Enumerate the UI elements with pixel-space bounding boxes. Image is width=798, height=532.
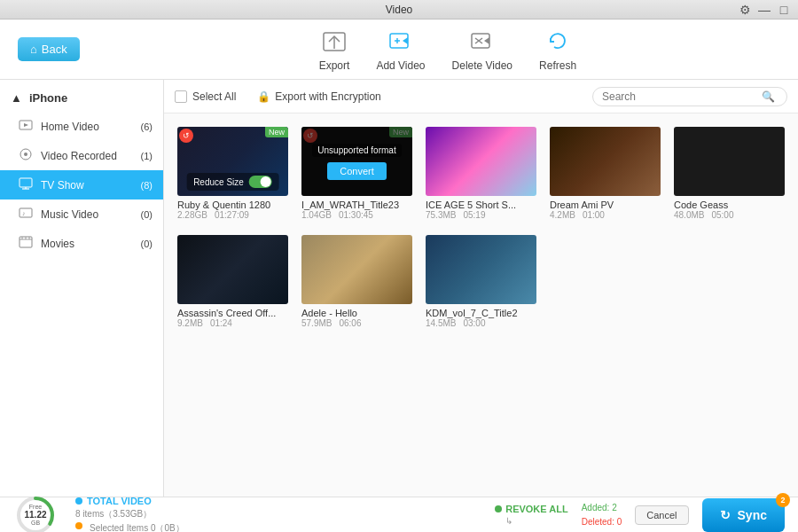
svg-point-13 bbox=[24, 153, 27, 156]
video-duration-8: 03:00 bbox=[463, 318, 485, 328]
sidebar-item-tv-show[interactable]: TV Show (8) bbox=[0, 170, 163, 200]
sidebar-item-video-recorded[interactable]: Video Recorded (1) bbox=[0, 141, 163, 170]
video-item-2[interactable]: ↺ New Unsupported format Convert I_AM_WR… bbox=[301, 127, 412, 222]
toolbar-actions: Export Add Video bbox=[115, 27, 780, 72]
footer-selected: Selected Items 0（0B） bbox=[75, 522, 184, 533]
video-grid: ↺ New Reduce Size Ruby & Quentin 1280 2.… bbox=[164, 113, 798, 497]
sidebar-item-movies[interactable]: Movies (0) bbox=[0, 229, 163, 258]
video-size-5: 48.0MB bbox=[674, 210, 704, 220]
sync-button[interactable]: ↻ Sync 2 bbox=[702, 498, 785, 532]
svg-marker-7 bbox=[484, 37, 489, 44]
settings-button[interactable]: ⚙ bbox=[738, 3, 752, 17]
video-info-6: Assassin's Creed Off... 9.2MB 01:24 bbox=[177, 304, 288, 330]
video-recorded-label: Video Recorded bbox=[41, 150, 117, 162]
tv-show-icon bbox=[18, 176, 34, 193]
movies-count: (0) bbox=[141, 239, 153, 249]
video-item-6[interactable]: Assassin's Creed Off... 9.2MB 01:24 bbox=[177, 235, 288, 330]
video-duration-3: 05:19 bbox=[463, 210, 485, 220]
search-input[interactable] bbox=[602, 90, 762, 103]
footer-right: REVOKE ALL ↳ Added: 2 Deleted: 0 Cancel … bbox=[495, 498, 785, 532]
video-item-7[interactable]: Adele - Hello 57.9MB 06:06 bbox=[301, 235, 412, 330]
selected-label: Selected Items 0（0B） bbox=[90, 522, 184, 533]
movies-label: Movies bbox=[41, 238, 74, 250]
video-size-7: 57.9MB bbox=[301, 318, 332, 328]
video-thumb-7 bbox=[301, 235, 412, 304]
video-name-7: Adele - Hello bbox=[301, 308, 412, 318]
checkbox-square bbox=[175, 90, 187, 103]
svg-marker-3 bbox=[403, 37, 408, 44]
video-info-2: I_AM_WRATH_Title23 1.04GB 01:30:45 bbox=[301, 196, 412, 222]
reduce-size-toggle[interactable] bbox=[249, 176, 272, 188]
home-video-label: Home Video bbox=[41, 121, 99, 133]
video-meta-3: 75.3MB 05:19 bbox=[426, 210, 536, 220]
tv-show-count: (8) bbox=[141, 180, 153, 191]
content-toolbar: Select All 🔒 Export with Encryption 🔍 bbox=[164, 80, 798, 113]
video-item-4[interactable]: Dream Ami PV 4.2MB 01:00 bbox=[550, 127, 661, 222]
added-deleted-info: Added: 2 Deleted: 0 bbox=[582, 501, 622, 529]
device-name: iPhone bbox=[29, 91, 67, 105]
main-layout: ▲ iPhone Home Video (6) Video Recorded (… bbox=[0, 80, 798, 497]
video-info-5: Code Geass 48.0MB 05:00 bbox=[674, 196, 785, 222]
footer-item-count: 8 items（3.53GB） bbox=[75, 508, 184, 520]
video-name-1: Ruby & Quentin 1280 bbox=[177, 200, 288, 210]
video-duration-4: 01:00 bbox=[583, 210, 605, 220]
lock-icon: 🔒 bbox=[257, 90, 270, 103]
sidebar-device-header: ▲ iPhone bbox=[0, 84, 163, 112]
encrypt-button[interactable]: 🔒 Export with Encryption bbox=[257, 90, 380, 103]
video-info-4: Dream Ami PV 4.2MB 01:00 bbox=[550, 196, 661, 222]
video-meta-4: 4.2MB 01:00 bbox=[550, 210, 661, 220]
video-thumb-3 bbox=[426, 127, 536, 196]
search-box[interactable]: 🔍 bbox=[592, 87, 787, 106]
video-meta-5: 48.0MB 05:00 bbox=[674, 210, 785, 220]
deleted-info: Deleted: 0 bbox=[582, 515, 622, 529]
window-controls: ⚙ — □ bbox=[738, 3, 791, 17]
video-size-4: 4.2MB bbox=[550, 210, 575, 220]
delete-video-action[interactable]: Delete Video bbox=[452, 27, 513, 72]
storage-indicator: Free 11.22 GB bbox=[13, 495, 58, 533]
sidebar-item-home-video[interactable]: Home Video (6) bbox=[0, 112, 163, 141]
video-item-8[interactable]: KDM_vol_7_C_Title2 14.5MB 03:00 bbox=[426, 235, 536, 330]
revoke-all-button[interactable]: REVOKE ALL bbox=[495, 504, 568, 514]
convert-button[interactable]: Convert bbox=[327, 162, 387, 180]
add-video-action[interactable]: Add Video bbox=[376, 27, 425, 72]
video-name-6: Assassin's Creed Off... bbox=[177, 308, 288, 318]
video-info-7: Adele - Hello 57.9MB 06:06 bbox=[301, 304, 412, 330]
video-size-3: 75.3MB bbox=[426, 210, 456, 220]
cancel-button[interactable]: Cancel bbox=[635, 505, 688, 525]
back-button[interactable]: ⌂ Back bbox=[18, 37, 80, 61]
video-info-3: ICE AGE 5 Short S... 75.3MB 05:19 bbox=[426, 196, 536, 222]
video-size-1: 2.28GB bbox=[177, 210, 207, 220]
footer-info: TOTAL VIDEO 8 items（3.53GB） Selected Ite… bbox=[75, 496, 184, 533]
video-duration-5: 05:00 bbox=[711, 210, 733, 220]
export-action[interactable]: Export bbox=[319, 27, 350, 72]
video-thumb-5 bbox=[674, 127, 785, 196]
video-thumb-6 bbox=[177, 235, 288, 304]
footer: Free 11.22 GB TOTAL VIDEO 8 items（3.53GB… bbox=[0, 497, 798, 532]
added-info: Added: 2 bbox=[582, 501, 622, 515]
minimize-button[interactable]: — bbox=[757, 3, 771, 17]
video-thumb-4 bbox=[550, 127, 661, 196]
video-item-3[interactable]: ICE AGE 5 Short S... 75.3MB 05:19 bbox=[426, 127, 536, 222]
svg-marker-11 bbox=[24, 123, 28, 127]
unsupported-overlay: Unsupported format Convert bbox=[301, 127, 412, 196]
video-recorded-count: (1) bbox=[141, 151, 153, 161]
delete-video-icon bbox=[468, 27, 497, 56]
device-icon: ▲ bbox=[11, 91, 22, 105]
video-thumb-1: ↺ New Reduce Size bbox=[177, 127, 288, 196]
video-size-8: 14.5MB bbox=[426, 318, 456, 328]
revoke-section: REVOKE ALL ↳ bbox=[495, 504, 568, 526]
home-video-icon bbox=[18, 118, 34, 135]
select-all-checkbox[interactable]: Select All bbox=[175, 90, 236, 103]
video-info-1: Ruby & Quentin 1280 2.28GB 01:27:09 bbox=[177, 196, 288, 222]
green-dot bbox=[495, 505, 502, 512]
video-item-5[interactable]: Code Geass 48.0MB 05:00 bbox=[674, 127, 785, 222]
svg-rect-14 bbox=[20, 178, 32, 187]
sidebar-item-music-video[interactable]: ♪ Music Video (0) bbox=[0, 200, 163, 229]
video-meta-7: 57.9MB 06:06 bbox=[301, 318, 412, 328]
back-icon: ⌂ bbox=[30, 43, 37, 56]
video-item-1[interactable]: ↺ New Reduce Size Ruby & Quentin 1280 2.… bbox=[177, 127, 288, 222]
refresh-action[interactable]: Refresh bbox=[539, 27, 576, 72]
add-video-icon bbox=[387, 27, 415, 56]
maximize-button[interactable]: □ bbox=[777, 3, 791, 17]
sync-badge: 2 bbox=[776, 493, 790, 507]
